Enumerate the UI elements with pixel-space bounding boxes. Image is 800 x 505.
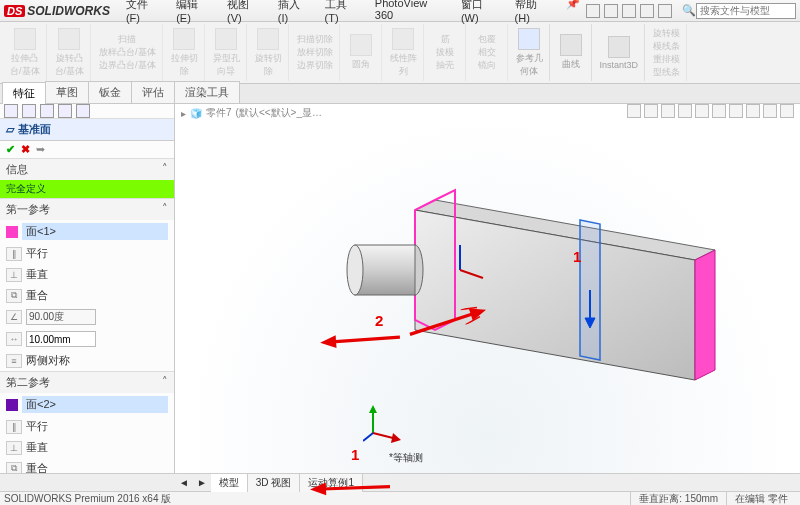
- status-edit-mode: 在编辑 零件: [726, 492, 796, 506]
- tab-sheet[interactable]: 钣金: [88, 81, 132, 103]
- chevron-up-icon: ˄: [162, 162, 168, 177]
- menu-help[interactable]: 帮助(H): [509, 0, 556, 26]
- ribbon-wrap-intersect-mirror[interactable]: 包覆相交镜向: [468, 24, 508, 81]
- tree-expand-icon[interactable]: ▸: [181, 108, 186, 119]
- parallel-icon: ∥: [6, 420, 22, 434]
- pm-ref1-midplane[interactable]: ≡两侧对称: [0, 350, 174, 371]
- tab-nav-right-icon[interactable]: ►: [193, 477, 211, 488]
- qa-open-icon[interactable]: [604, 4, 618, 18]
- ribbon-linear-pattern[interactable]: 线性阵列: [384, 24, 424, 81]
- pm-ref1-coincide[interactable]: ⧉重合: [0, 285, 174, 306]
- ribbon-sketch-text[interactable]: 旋转模模线条重排模型线条: [647, 24, 687, 81]
- qa-new-icon[interactable]: [586, 4, 600, 18]
- pm-info-header[interactable]: 信息 ˄: [0, 159, 174, 180]
- ribbon-hole-wizard[interactable]: 异型孔向导: [207, 24, 247, 81]
- midplane-icon: ≡: [6, 354, 22, 368]
- ribbon-revolve-boss[interactable]: 旋转凸台/基体: [49, 24, 92, 81]
- menu-pin-icon[interactable]: 📌: [560, 0, 586, 26]
- ribbon-extrude-cut[interactable]: 拉伸切除: [165, 24, 205, 81]
- part-icon: 🧊: [190, 108, 202, 119]
- ribbon-instant3d[interactable]: Instant3D: [594, 24, 646, 81]
- svg-marker-31: [391, 433, 401, 443]
- tab-nav-left-icon[interactable]: ◄: [175, 477, 193, 488]
- part-name: 零件7: [206, 106, 232, 120]
- pm-ref1-perp[interactable]: ⊥垂直: [0, 264, 174, 285]
- ribbon-fillet[interactable]: 圆角: [342, 24, 382, 81]
- zoom-area-icon[interactable]: [644, 104, 658, 118]
- search-input[interactable]: [696, 3, 796, 19]
- confirm-ok-icon[interactable]: ✔: [6, 143, 15, 156]
- pm-dim-icon[interactable]: [58, 104, 72, 118]
- section-view-icon[interactable]: [678, 104, 692, 118]
- svg-marker-1: [415, 210, 695, 380]
- svg-marker-25: [320, 335, 337, 349]
- pm-ref1-selection[interactable]: 面<1>: [0, 220, 174, 243]
- app-logo: DS SOLIDWORKS: [4, 4, 110, 18]
- pm-info-label: 信息: [6, 162, 28, 177]
- confirm-cancel-icon[interactable]: ✖: [21, 143, 30, 156]
- pm-ref1-value: 面<1>: [22, 223, 168, 240]
- bottom-tab-3dview[interactable]: 3D 视图: [248, 474, 301, 492]
- heads-up-toolbar: [627, 104, 794, 118]
- menu-view[interactable]: 视图(V): [221, 0, 268, 26]
- zoom-fit-icon[interactable]: [627, 104, 641, 118]
- search-icon: 🔍: [682, 4, 696, 17]
- ribbon-curves[interactable]: 曲线: [552, 24, 592, 81]
- pm-ref2-coincide[interactable]: ⧉重合: [0, 458, 174, 473]
- coincident-icon: ⧉: [6, 462, 22, 474]
- pm-ref2-perp[interactable]: ⊥垂直: [0, 437, 174, 458]
- ribbon-revolve-cut[interactable]: 旋转切除: [249, 24, 289, 81]
- bottom-tab-model[interactable]: 模型: [211, 474, 248, 492]
- property-manager: ▱ 基准面 ✔ ✖ ➥ 信息 ˄ 完全定义 第一参考 ˄ 面<1> ∥平行: [0, 104, 175, 473]
- pm-property-icon[interactable]: [22, 104, 36, 118]
- menu-photoview[interactable]: PhotoView 360: [369, 0, 451, 26]
- svg-point-7: [347, 245, 363, 295]
- view-orientation-icon[interactable]: [695, 104, 709, 118]
- edit-appearance-icon[interactable]: [746, 104, 760, 118]
- tab-feature[interactable]: 特征: [2, 82, 46, 104]
- pm-ref1-parallel[interactable]: ∥平行: [0, 243, 174, 264]
- qa-print-icon[interactable]: [640, 4, 654, 18]
- pm-ref2-header[interactable]: 第二参考 ˄: [0, 372, 174, 393]
- ribbon-sweep-cut[interactable]: 扫描切除放样切除边界切除: [291, 24, 340, 81]
- qa-options-icon[interactable]: [658, 4, 672, 18]
- tab-evaluate[interactable]: 评估: [131, 81, 175, 103]
- apply-scene-icon[interactable]: [763, 104, 777, 118]
- pm-ref2-parallel[interactable]: ∥平行: [0, 416, 174, 437]
- pink-swatch-icon: [6, 226, 18, 238]
- hide-show-icon[interactable]: [729, 104, 743, 118]
- distance-input[interactable]: [26, 331, 96, 347]
- chevron-up-icon: ˄: [162, 202, 168, 217]
- orientation-triad[interactable]: [363, 403, 403, 445]
- pm-ref1-distance[interactable]: ↔: [0, 328, 174, 350]
- pm-config-icon[interactable]: [40, 104, 54, 118]
- pm-display-icon[interactable]: [76, 104, 90, 118]
- pm-ref1-header[interactable]: 第一参考 ˄: [0, 199, 174, 220]
- prev-view-icon[interactable]: [661, 104, 675, 118]
- menu-window[interactable]: 窗口(W): [455, 0, 505, 26]
- menu-edit[interactable]: 编辑(E): [170, 0, 217, 26]
- menu-file[interactable]: 文件(F): [120, 0, 166, 26]
- plane-icon: ▱: [6, 123, 14, 136]
- menu-tools[interactable]: 工具(T): [319, 0, 365, 26]
- ribbon-sweep-loft[interactable]: 扫描放样凸台/基体边界凸台/基体: [93, 24, 163, 81]
- pm-ref2-selection[interactable]: 面<2>: [0, 393, 174, 416]
- status-product: SOLIDWORKS Premium 2016 x64 版: [4, 492, 171, 506]
- tab-render[interactable]: 渲染工具: [174, 81, 240, 103]
- confirm-next-icon[interactable]: ➥: [36, 143, 45, 156]
- flyout-tree[interactable]: ▸ 🧊 零件7 (默认<<默认>_显…: [181, 106, 322, 120]
- panel-mode-icons: [0, 104, 174, 119]
- purple-swatch-icon: [6, 399, 18, 411]
- ribbon-extrude-boss[interactable]: 拉伸凸台/基体: [4, 24, 47, 81]
- ribbon-reference-geometry[interactable]: 参考几何体: [510, 24, 550, 81]
- display-style-icon[interactable]: [712, 104, 726, 118]
- svg-marker-2: [695, 250, 715, 380]
- pm-feature-tree-icon[interactable]: [4, 104, 18, 118]
- tab-sketch[interactable]: 草图: [45, 81, 89, 103]
- qa-save-icon[interactable]: [622, 4, 636, 18]
- menu-insert[interactable]: 插入(I): [272, 0, 315, 26]
- graphics-viewport[interactable]: ▸ 🧊 零件7 (默认<<默认>_显…: [175, 104, 800, 473]
- view-settings-icon[interactable]: [780, 104, 794, 118]
- ribbon-rib-draft-shell[interactable]: 筋拔模抽壳: [426, 24, 466, 81]
- pm-title-text: 基准面: [18, 122, 51, 137]
